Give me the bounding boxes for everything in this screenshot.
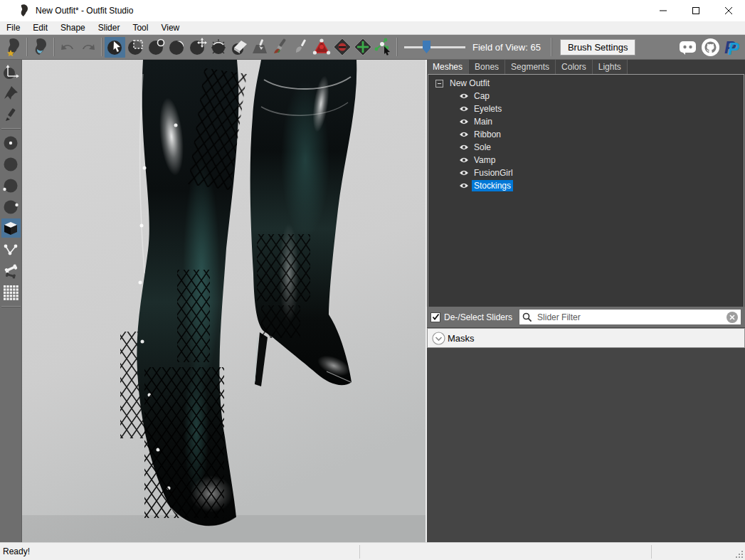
green-diamond-add-button[interactable]	[352, 37, 373, 58]
menu-shape[interactable]: Shape	[54, 21, 92, 34]
slider-filter-box[interactable]	[519, 309, 741, 325]
load-project-button[interactable]	[30, 37, 51, 58]
toolbar-separator	[551, 38, 551, 56]
viewport-3d[interactable]	[22, 60, 426, 542]
field-of-view-slider[interactable]	[404, 40, 465, 54]
masks-pane-header[interactable]: Masks	[427, 328, 745, 348]
tree-item-label[interactable]: Vamp	[472, 154, 497, 166]
paypal-icon[interactable]: P P	[724, 38, 739, 57]
eye-icon[interactable]	[459, 105, 469, 112]
resize-grip[interactable]	[735, 550, 744, 559]
tree-item-label[interactable]: Main	[472, 116, 495, 127]
load-project-icon	[31, 38, 50, 56]
deselect-sliders-label[interactable]: De-/Select Sliders	[444, 312, 512, 322]
tree-item-label[interactable]: Sole	[472, 142, 493, 153]
pivot-pin-button[interactable]	[1, 83, 21, 102]
tree-item-label-selected[interactable]: Stockings	[472, 180, 513, 191]
green-diamond-add-icon	[354, 38, 372, 56]
eye-icon[interactable]	[459, 118, 469, 125]
redo-button[interactable]	[78, 37, 98, 58]
eye-icon[interactable]	[459, 131, 469, 138]
inflate-brush-button[interactable]	[146, 37, 167, 58]
eye-icon[interactable]	[459, 169, 469, 176]
eye-icon[interactable]	[459, 93, 469, 100]
tree-item-label[interactable]: FusionGirl	[472, 167, 515, 179]
alpha-brush-button[interactable]	[290, 37, 311, 58]
brush-dot-right-button[interactable]	[1, 197, 21, 216]
smooth-brush-button[interactable]	[208, 37, 228, 58]
close-button[interactable]	[712, 0, 745, 21]
menu-edit[interactable]: Edit	[26, 21, 54, 34]
menu-view[interactable]: View	[154, 21, 186, 34]
color-brush-button[interactable]	[270, 37, 290, 58]
github-icon[interactable]	[701, 38, 720, 57]
clear-filter-icon[interactable]	[726, 312, 738, 323]
menu-file[interactable]: File	[0, 21, 26, 34]
tree-row-cap[interactable]: Cap	[428, 90, 744, 102]
tree-root-label[interactable]: New Outfit	[448, 78, 492, 89]
slider-thumb[interactable]	[423, 41, 430, 53]
redo-icon	[79, 38, 97, 56]
checkmark-icon	[432, 313, 440, 321]
menu-slider[interactable]: Slider	[92, 21, 127, 34]
weight-brush-button[interactable]	[249, 37, 270, 58]
tab-segments[interactable]: Segments	[505, 60, 556, 74]
tree-row-stockings[interactable]: Stockings	[428, 179, 744, 192]
vertex-connect-button[interactable]	[1, 240, 21, 259]
chevron-down-icon[interactable]	[432, 332, 445, 345]
maximize-button[interactable]	[680, 0, 712, 21]
mask-brush-button[interactable]	[125, 37, 146, 58]
perspective-cube-icon	[2, 220, 19, 237]
eye-icon[interactable]	[459, 157, 469, 164]
tree-row-fusiongirl[interactable]: FusionGirl	[428, 167, 744, 179]
tab-meshes[interactable]: Meshes	[427, 60, 469, 74]
toolbar-separator	[53, 38, 54, 56]
tree-root-row[interactable]: New Outfit	[428, 77, 744, 90]
minimize-button[interactable]	[647, 0, 680, 21]
slider-track	[404, 46, 465, 48]
brush-solid-button[interactable]	[1, 154, 21, 174]
deflate-brush-button[interactable]	[167, 37, 187, 58]
discord-icon[interactable]	[678, 38, 697, 57]
perspective-cube-button[interactable]	[1, 218, 21, 238]
brush-dot-left-button[interactable]	[1, 176, 21, 195]
tree-item-label[interactable]: Eyelets	[472, 103, 504, 115]
tab-colors[interactable]: Colors	[556, 60, 593, 74]
brush-settings-button[interactable]: Brush Settings	[560, 39, 636, 56]
tab-lights[interactable]: Lights	[593, 60, 628, 74]
boots-render	[22, 60, 426, 542]
brush-center-dot-button[interactable]	[1, 133, 21, 152]
masks-pane-label[interactable]: Masks	[448, 333, 475, 344]
red-diamond-remove-button[interactable]	[332, 37, 352, 58]
tab-bones[interactable]: Bones	[469, 60, 505, 74]
main-toolbar: Field of View: 65 Brush Settings P P	[0, 35, 745, 60]
new-project-button[interactable]	[3, 37, 23, 58]
tree-item-label[interactable]: Cap	[472, 90, 492, 102]
mesh-tree[interactable]: New Outfit Cap Eyelets Main Ribbon Sole	[428, 74, 744, 319]
toolbar-separator	[101, 38, 102, 56]
tree-collapse-icon[interactable]	[435, 80, 443, 88]
transform-tool-button[interactable]	[1, 62, 21, 81]
collision-mesh-button[interactable]	[311, 37, 332, 58]
menu-tool[interactable]: Tool	[126, 21, 154, 34]
deselect-sliders-checkbox[interactable]	[430, 312, 440, 322]
tree-row-eyelets[interactable]: Eyelets	[428, 102, 744, 115]
select-brush-button[interactable]	[105, 37, 125, 58]
undo-button[interactable]	[57, 37, 78, 58]
tree-row-ribbon[interactable]: Ribbon	[428, 128, 744, 141]
tree-row-main[interactable]: Main	[428, 115, 744, 128]
move-brush-button[interactable]	[187, 37, 208, 58]
vertex-edit-button[interactable]	[1, 105, 21, 124]
menu-bar: File Edit Shape Slider Tool View	[0, 21, 745, 35]
side-toolbar-separator	[1, 128, 21, 129]
bone-edit-button[interactable]	[373, 37, 393, 58]
tree-row-sole[interactable]: Sole	[428, 141, 744, 154]
eye-icon[interactable]	[459, 182, 469, 189]
slider-filter-input[interactable]	[536, 312, 726, 323]
tree-row-vamp[interactable]: Vamp	[428, 154, 744, 167]
bones-button[interactable]	[1, 261, 21, 280]
tree-item-label[interactable]: Ribbon	[472, 129, 503, 140]
undiff-brush-button[interactable]	[228, 37, 249, 58]
grid-button[interactable]	[1, 282, 21, 302]
eye-icon[interactable]	[459, 144, 469, 151]
